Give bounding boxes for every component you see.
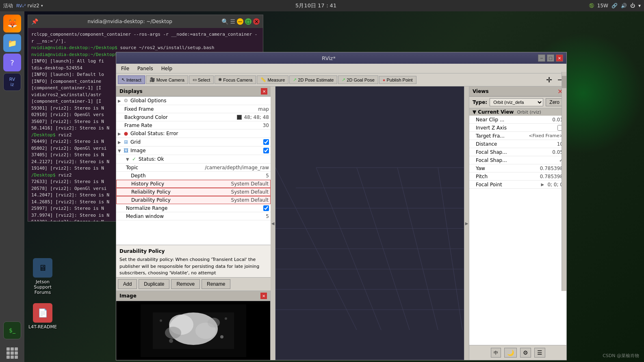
tree-history-policy[interactable]: History Policy System Default xyxy=(116,180,271,188)
tree-topic[interactable]: Topic /camera/depth/image_raw xyxy=(116,164,271,172)
tree-reliability-policy[interactable]: Reliability Policy System Default xyxy=(116,188,271,196)
toolbar-move-camera-btn[interactable]: 🎥 Move Camera xyxy=(146,75,188,84)
target-fra-value: <Fixed Frame> xyxy=(529,133,563,138)
rename-btn[interactable]: Rename xyxy=(202,279,230,289)
image-arrow: ▼ xyxy=(118,149,123,153)
views-near-clip[interactable]: Near Clip ... 0.01 xyxy=(469,116,566,124)
sidebar-files-icon[interactable]: 📁 xyxy=(3,34,21,52)
displays-tree[interactable]: ▶ ⚙ Global Options Fixed Frame map Backg… xyxy=(116,97,271,245)
power-icon[interactable]: ⏻ xyxy=(630,3,635,9)
image-icon: 🖼 xyxy=(123,147,129,154)
right-panel-collapse-btn[interactable]: ▶ xyxy=(464,86,469,360)
view-icon-btn-1[interactable]: 中 xyxy=(491,348,501,358)
toolbar-publish-point-btn[interactable]: ● Publish Point xyxy=(379,76,416,84)
view-icon-btn-4[interactable]: ☰ xyxy=(534,348,545,358)
views-target-fra[interactable]: Target Fra... <Fixed Frame> xyxy=(469,132,566,140)
grid-checkbox[interactable] xyxy=(263,139,269,145)
desktop-icons-area: 🖥 Jetson SupportForums 📄 L4T-README xyxy=(28,258,57,330)
toolbar-plus-icon[interactable]: ✛ xyxy=(544,75,555,84)
toolbar-pose-estimate-btn[interactable]: ↗ 2D Pose Estimate xyxy=(289,75,337,84)
toolbar-focus-camera-btn[interactable]: ❋ Focus Camera xyxy=(215,75,256,84)
tree-median-window[interactable]: Median window 5 xyxy=(116,212,271,220)
sidebar-help-icon[interactable]: ? xyxy=(3,54,21,71)
current-view-header[interactable]: ▼ Current View Orbit (rviz) xyxy=(469,108,566,116)
3d-viewport[interactable] xyxy=(275,86,464,360)
displays-close-btn[interactable]: ✕ xyxy=(261,88,267,95)
tree-status-ok[interactable]: ▼ ✓ Status: Ok xyxy=(116,155,271,164)
views-type-label: Type: xyxy=(473,99,487,105)
tree-frame-rate[interactable]: Frame Rate 30 xyxy=(116,121,271,129)
date-label: 5月10日 xyxy=(295,2,316,9)
views-focal-shap2[interactable]: Focal Shap... ✓ xyxy=(469,156,566,164)
terminal-menu-icon[interactable]: ☰ xyxy=(230,18,235,25)
interact-icon: ↖ xyxy=(121,77,125,82)
desktop-icon-forums[interactable]: 🖥 Jetson SupportForums xyxy=(28,258,57,295)
image-panel-close-btn[interactable]: ✕ xyxy=(260,293,267,299)
terminal-maximize-btn[interactable]: □ xyxy=(245,18,252,25)
scrollbar-thumb[interactable] xyxy=(562,76,566,88)
pitch-label: Pitch xyxy=(476,174,540,179)
image-checkbox[interactable] xyxy=(263,148,269,153)
displays-buttons: Add Duplicate Remove Rename xyxy=(116,277,271,291)
left-sidebar: 🦊 📁 ? RViz $_ xyxy=(0,11,24,362)
durability-policy-label: Durability Policy xyxy=(131,197,228,203)
tree-depth[interactable]: Depth 5 xyxy=(116,172,271,180)
desktop-icon-readme[interactable]: 📄 L4T-README xyxy=(28,303,57,330)
views-focal-point[interactable]: Focal Point ▶ 0; 0; 0 xyxy=(469,181,566,189)
toolbar-select-btn[interactable]: ▭ Select xyxy=(189,75,214,84)
focal-shap2-label: Focal Shap... xyxy=(476,157,559,163)
battery-label: 15W xyxy=(597,3,608,9)
views-invert-z[interactable]: Invert Z Axis xyxy=(469,124,566,132)
displays-scrollbar[interactable] xyxy=(562,72,566,291)
rviz-minimize-btn[interactable]: ─ xyxy=(538,54,545,62)
activities-label[interactable]: 活动 xyxy=(3,2,13,9)
tree-background-color[interactable]: Background Color 48; 48; 48 xyxy=(116,113,271,121)
tree-durability-policy[interactable]: Durability Policy System Default xyxy=(116,196,271,204)
rviz-maximize-btn[interactable]: □ xyxy=(547,54,554,62)
rviz-close-btn[interactable]: ✕ xyxy=(556,54,563,62)
toolbar-measure-btn[interactable]: 📏 Measure xyxy=(257,75,288,84)
tree-global-status[interactable]: ▶ ● Global Status: Error xyxy=(116,129,271,138)
menu-help[interactable]: Help xyxy=(158,65,176,72)
left-panel-collapse-btn[interactable]: ◀ xyxy=(271,86,275,360)
tree-global-options[interactable]: ▶ ⚙ Global Options xyxy=(116,97,271,105)
views-pitch[interactable]: Pitch 0.785398 xyxy=(469,172,566,181)
svg-point-5 xyxy=(165,327,181,339)
toolbar-interact-btn[interactable]: ↖ Interact xyxy=(118,75,145,84)
views-header: Views ✕ xyxy=(469,86,566,97)
image-preview-area xyxy=(116,301,270,360)
normalize-range-checkbox[interactable] xyxy=(263,205,269,211)
terminal-search-icon[interactable]: 🔍 xyxy=(221,18,228,25)
views-focal-shap1[interactable]: Focal Shap... 0.05 xyxy=(469,148,566,156)
collapse-arrow-icon: ◀ xyxy=(271,221,275,226)
view-icon-btn-3[interactable]: ⚙ xyxy=(520,348,531,358)
pitch-value: 0.785398 xyxy=(540,174,563,179)
tree-image[interactable]: ▼ 🖼 Image xyxy=(116,147,271,155)
terminal-minimize-btn[interactable]: ─ xyxy=(237,18,243,25)
tree-grid[interactable]: ▶ ⊞ Grid xyxy=(116,138,271,147)
remove-btn[interactable]: Remove xyxy=(171,279,200,289)
toolbar-goal-pose-btn[interactable]: ↗ 2D Goal Pose xyxy=(338,75,378,84)
tree-normalize-range[interactable]: Normalize Range xyxy=(116,204,271,212)
taskbar: 活动 RVᵥ² rviz2 ▾ 5月10日 17：41 ⑮ 15W 🔗 🔊 ⏻ … xyxy=(0,0,644,11)
rviz2-label[interactable]: RVᵥ² rviz2 ▾ xyxy=(16,3,43,9)
apps-grid[interactable] xyxy=(7,344,18,362)
views-type-select[interactable]: Orbit (rviz_defa xyxy=(490,98,543,106)
sidebar-firefox-icon[interactable]: 🦊 xyxy=(3,15,21,32)
durability-policy-value: System Default xyxy=(231,197,269,203)
publish-icon: ● xyxy=(383,78,386,82)
views-zero-btn[interactable]: Zero xyxy=(546,98,563,106)
menu-panels[interactable]: Panels xyxy=(134,65,156,72)
target-fra-label: Target Fra... xyxy=(476,133,529,139)
tree-fixed-frame[interactable]: Fixed Frame map xyxy=(116,105,271,113)
terminal-close-btn[interactable]: ✕ xyxy=(253,18,260,25)
sidebar-rviz-icon[interactable]: RViz xyxy=(3,73,21,91)
select-icon: ▭ xyxy=(193,77,197,82)
menu-file[interactable]: File xyxy=(118,65,132,72)
views-distance[interactable]: Distance 10 xyxy=(469,140,566,148)
view-icon-btn-2[interactable]: 🌙 xyxy=(504,348,517,358)
views-yaw[interactable]: Yaw 0.785398 xyxy=(469,164,566,172)
sidebar-terminal-icon[interactable]: $_ xyxy=(3,321,21,339)
add-btn[interactable]: Add xyxy=(118,279,137,289)
duplicate-btn[interactable]: Duplicate xyxy=(139,279,169,289)
